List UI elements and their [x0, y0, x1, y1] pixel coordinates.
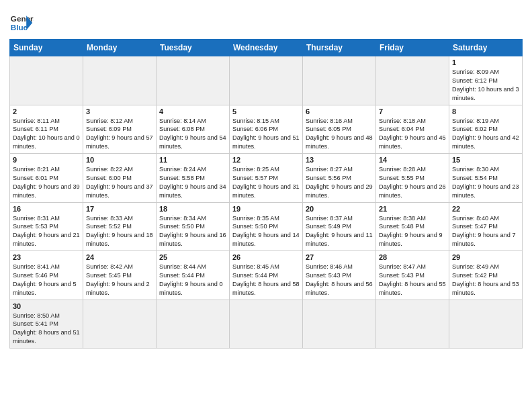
day-number: 19 [232, 205, 300, 213]
calendar-cell: 9Sunrise: 8:21 AM Sunset: 6:01 PM Daylig… [10, 154, 83, 203]
day-info: Sunrise: 8:49 AM Sunset: 5:42 PM Dayligh… [452, 263, 519, 298]
day-number: 26 [232, 253, 300, 261]
calendar-cell: 10Sunrise: 8:22 AM Sunset: 6:00 PM Dayli… [83, 154, 157, 203]
calendar-week-row: 16Sunrise: 8:31 AM Sunset: 5:53 PM Dayli… [10, 202, 523, 251]
day-number: 8 [452, 107, 519, 116]
calendar-cell: 23Sunrise: 8:41 AM Sunset: 5:46 PM Dayli… [10, 251, 83, 300]
day-info: Sunrise: 8:24 AM Sunset: 5:58 PM Dayligh… [159, 165, 226, 200]
calendar-cell [230, 56, 303, 105]
day-number: 13 [306, 156, 373, 164]
day-number: 7 [379, 107, 446, 116]
calendar-cell: 22Sunrise: 8:40 AM Sunset: 5:47 PM Dayli… [449, 202, 523, 251]
calendar-week-row: 23Sunrise: 8:41 AM Sunset: 5:46 PM Dayli… [10, 251, 523, 300]
day-number: 25 [159, 253, 226, 261]
day-info: Sunrise: 8:27 AM Sunset: 5:56 PM Dayligh… [306, 165, 373, 200]
day-number: 12 [232, 156, 300, 164]
calendar-cell [83, 300, 157, 349]
day-number: 4 [159, 107, 226, 116]
day-info: Sunrise: 8:12 AM Sunset: 6:09 PM Dayligh… [86, 117, 153, 152]
calendar-cell: 3Sunrise: 8:12 AM Sunset: 6:09 PM Daylig… [83, 105, 157, 154]
calendar-cell [376, 300, 449, 349]
calendar-header-thursday: Thursday [303, 40, 376, 56]
calendar-cell: 30Sunrise: 8:50 AM Sunset: 5:41 PM Dayli… [10, 300, 83, 349]
calendar-header-saturday: Saturday [449, 40, 523, 56]
calendar-header-wednesday: Wednesday [230, 40, 303, 56]
calendar-cell: 17Sunrise: 8:33 AM Sunset: 5:52 PM Dayli… [83, 202, 157, 251]
day-number: 28 [379, 253, 446, 261]
calendar-cell: 29Sunrise: 8:49 AM Sunset: 5:42 PM Dayli… [449, 251, 523, 300]
day-number: 10 [86, 156, 153, 164]
calendar-cell: 27Sunrise: 8:46 AM Sunset: 5:43 PM Dayli… [303, 251, 376, 300]
calendar-cell: 12Sunrise: 8:25 AM Sunset: 5:57 PM Dayli… [230, 154, 303, 203]
calendar-header-friday: Friday [376, 40, 449, 56]
calendar-header-tuesday: Tuesday [157, 40, 230, 56]
day-info: Sunrise: 8:15 AM Sunset: 6:06 PM Dayligh… [232, 117, 300, 152]
day-info: Sunrise: 8:28 AM Sunset: 5:55 PM Dayligh… [379, 165, 446, 200]
calendar-cell [157, 300, 230, 349]
calendar-cell: 13Sunrise: 8:27 AM Sunset: 5:56 PM Dayli… [303, 154, 376, 203]
calendar-header-monday: Monday [83, 40, 157, 56]
day-number: 22 [452, 205, 519, 213]
day-info: Sunrise: 8:45 AM Sunset: 5:44 PM Dayligh… [232, 263, 300, 298]
day-number: 20 [306, 205, 373, 213]
calendar-cell: 16Sunrise: 8:31 AM Sunset: 5:53 PM Dayli… [10, 202, 83, 251]
day-info: Sunrise: 8:50 AM Sunset: 5:41 PM Dayligh… [13, 312, 80, 347]
day-info: Sunrise: 8:46 AM Sunset: 5:43 PM Dayligh… [306, 263, 373, 298]
day-number: 16 [13, 205, 80, 213]
day-number: 1 [452, 58, 519, 66]
calendar-header-row: SundayMondayTuesdayWednesdayThursdayFrid… [10, 40, 523, 56]
day-info: Sunrise: 8:14 AM Sunset: 6:08 PM Dayligh… [159, 117, 226, 152]
calendar-cell [449, 300, 523, 349]
svg-text:Blue: Blue [11, 23, 28, 32]
day-info: Sunrise: 8:37 AM Sunset: 5:49 PM Dayligh… [306, 214, 373, 249]
calendar-cell [157, 56, 230, 105]
day-number: 18 [159, 205, 226, 213]
day-number: 2 [13, 107, 80, 116]
day-number: 27 [306, 253, 373, 261]
day-number: 5 [232, 107, 300, 116]
day-info: Sunrise: 8:18 AM Sunset: 6:04 PM Dayligh… [379, 117, 446, 152]
calendar-cell: 8Sunrise: 8:19 AM Sunset: 6:02 PM Daylig… [449, 105, 523, 154]
logo-icon: General Blue [9, 11, 34, 35]
calendar-cell [10, 56, 83, 105]
calendar-cell [303, 300, 376, 349]
header: General Blue [9, 7, 523, 35]
calendar-cell: 24Sunrise: 8:42 AM Sunset: 5:45 PM Dayli… [83, 251, 157, 300]
calendar-cell: 15Sunrise: 8:30 AM Sunset: 5:54 PM Dayli… [449, 154, 523, 203]
day-number: 6 [306, 107, 373, 116]
day-number: 11 [159, 156, 226, 164]
calendar-cell: 25Sunrise: 8:44 AM Sunset: 5:44 PM Dayli… [157, 251, 230, 300]
day-info: Sunrise: 8:16 AM Sunset: 6:05 PM Dayligh… [306, 117, 373, 152]
day-number: 21 [379, 205, 446, 213]
calendar-cell: 14Sunrise: 8:28 AM Sunset: 5:55 PM Dayli… [376, 154, 449, 203]
day-info: Sunrise: 8:40 AM Sunset: 5:47 PM Dayligh… [452, 214, 519, 249]
calendar-header-sunday: Sunday [10, 40, 83, 56]
day-info: Sunrise: 8:22 AM Sunset: 6:00 PM Dayligh… [86, 165, 153, 200]
day-info: Sunrise: 8:42 AM Sunset: 5:45 PM Dayligh… [86, 263, 153, 298]
day-info: Sunrise: 8:21 AM Sunset: 6:01 PM Dayligh… [13, 165, 80, 200]
day-info: Sunrise: 8:31 AM Sunset: 5:53 PM Dayligh… [13, 214, 80, 249]
day-number: 3 [86, 107, 153, 116]
calendar-cell: 21Sunrise: 8:38 AM Sunset: 5:48 PM Dayli… [376, 202, 449, 251]
calendar-cell: 1Sunrise: 8:09 AM Sunset: 6:12 PM Daylig… [449, 56, 523, 105]
day-info: Sunrise: 8:41 AM Sunset: 5:46 PM Dayligh… [13, 263, 80, 298]
calendar-cell: 19Sunrise: 8:35 AM Sunset: 5:50 PM Dayli… [230, 202, 303, 251]
day-info: Sunrise: 8:19 AM Sunset: 6:02 PM Dayligh… [452, 117, 519, 152]
day-number: 14 [379, 156, 446, 164]
day-info: Sunrise: 8:11 AM Sunset: 6:11 PM Dayligh… [13, 117, 80, 152]
calendar-cell: 5Sunrise: 8:15 AM Sunset: 6:06 PM Daylig… [230, 105, 303, 154]
day-info: Sunrise: 8:30 AM Sunset: 5:54 PM Dayligh… [452, 165, 519, 200]
calendar-week-row: 30Sunrise: 8:50 AM Sunset: 5:41 PM Dayli… [10, 300, 523, 349]
calendar-cell: 28Sunrise: 8:47 AM Sunset: 5:43 PM Dayli… [376, 251, 449, 300]
calendar-cell: 7Sunrise: 8:18 AM Sunset: 6:04 PM Daylig… [376, 105, 449, 154]
calendar-cell: 18Sunrise: 8:34 AM Sunset: 5:50 PM Dayli… [157, 202, 230, 251]
calendar-week-row: 2Sunrise: 8:11 AM Sunset: 6:11 PM Daylig… [10, 105, 523, 154]
page: General Blue SundayMondayTuesdayWednesda… [0, 0, 532, 411]
day-number: 15 [452, 156, 519, 164]
calendar-cell: 11Sunrise: 8:24 AM Sunset: 5:58 PM Dayli… [157, 154, 230, 203]
day-info: Sunrise: 8:34 AM Sunset: 5:50 PM Dayligh… [159, 214, 226, 249]
day-number: 23 [13, 253, 80, 261]
day-info: Sunrise: 8:33 AM Sunset: 5:52 PM Dayligh… [86, 214, 153, 249]
calendar-cell [376, 56, 449, 105]
calendar-table: SundayMondayTuesdayWednesdayThursdayFrid… [9, 39, 523, 349]
